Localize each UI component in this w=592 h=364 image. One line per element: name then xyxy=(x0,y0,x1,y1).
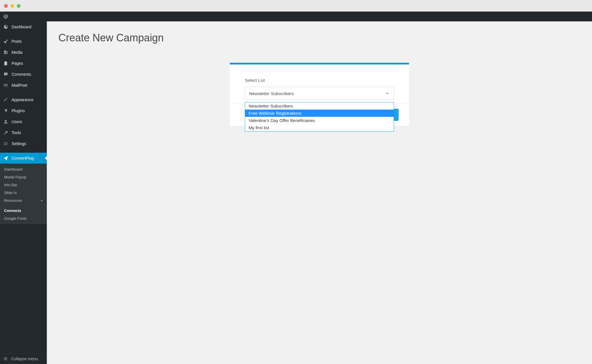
chevron-down-icon xyxy=(385,91,390,96)
window-maximize-icon[interactable] xyxy=(17,4,21,8)
sidebar-item-media[interactable]: Media xyxy=(0,47,47,58)
paper-plane-icon xyxy=(3,155,9,161)
submenu-item-info-bar[interactable]: Info Bar xyxy=(0,181,47,189)
sidebar-item-mailpoet[interactable]: MailPoet xyxy=(0,80,47,91)
pages-icon xyxy=(3,60,9,66)
dropdown-option[interactable]: My first list xyxy=(245,124,394,131)
submenu-item-dashboard[interactable]: Dashboard xyxy=(0,165,47,173)
collapse-label: Collapse menu xyxy=(11,356,38,361)
sidebar-item-label: Media xyxy=(12,50,23,55)
submenu-item-google-fonts[interactable]: Google Fonts xyxy=(0,215,47,222)
sidebar-item-settings[interactable]: Settings xyxy=(0,138,47,149)
media-icon xyxy=(3,49,9,55)
sidebar-item-posts[interactable]: Posts xyxy=(0,36,47,47)
collapse-menu-button[interactable]: Collapse menu xyxy=(0,353,47,364)
admin-sidebar: Dashboard Posts Media Pages Commen xyxy=(0,12,47,364)
sidebar-item-tools[interactable]: Tools xyxy=(0,127,47,138)
select-value: Newsletter Subscribers xyxy=(249,91,294,96)
sidebar-item-label: Appearance xyxy=(12,97,34,102)
dashboard-icon xyxy=(3,24,9,30)
envelope-icon xyxy=(3,82,9,88)
sidebar-item-comments[interactable]: Comments xyxy=(0,69,47,80)
brush-icon xyxy=(3,97,9,103)
comments-icon xyxy=(3,71,9,77)
wrench-icon xyxy=(3,130,9,136)
svg-rect-0 xyxy=(5,62,7,65)
sidebar-item-convertplug[interactable]: ConvertPlug xyxy=(0,153,47,164)
dropdown-option[interactable]: Newsletter Subscribers xyxy=(245,102,394,110)
sidebar-item-pages[interactable]: Pages xyxy=(0,58,47,69)
window-close-icon[interactable] xyxy=(4,4,8,8)
svg-point-1 xyxy=(5,120,7,122)
plug-icon xyxy=(3,108,9,114)
select-list-label: Select List xyxy=(245,78,394,83)
list-dropdown: Newsletter Subscribers Free Webinar Regi… xyxy=(245,102,394,132)
sidebar-item-label: Users xyxy=(12,119,22,124)
sidebar-item-label: Settings xyxy=(12,141,26,146)
campaign-card: Select List Newsletter Subscribers Newsl… xyxy=(230,63,409,126)
sidebar-item-label: MailPoet xyxy=(12,83,27,88)
sidebar-item-label: Plugins xyxy=(12,108,25,113)
window-minimize-icon[interactable] xyxy=(10,4,14,8)
sidebar-item-appearance[interactable]: Appearance xyxy=(0,94,47,105)
sidebar-item-label: Tools xyxy=(12,130,21,135)
admin-bar xyxy=(0,12,47,21)
dropdown-option[interactable]: Valentine's Day Offer Beneficiaries xyxy=(245,117,394,124)
wordpress-logo-icon[interactable] xyxy=(3,14,9,19)
sidebar-item-label: Comments xyxy=(12,72,31,77)
user-icon xyxy=(3,119,9,125)
sidebar-item-dashboard[interactable]: Dashboard xyxy=(0,21,47,32)
submenu-item-resources[interactable]: Resources ▾ xyxy=(0,197,47,204)
sidebar-item-label: Posts xyxy=(12,39,22,44)
sidebar-submenu: Dashboard Modal Popup Info Bar Slide In … xyxy=(0,164,47,224)
divider xyxy=(58,51,580,51)
sliders-icon xyxy=(3,141,9,147)
sidebar-item-label: Pages xyxy=(12,61,23,66)
submenu-item-connects[interactable]: Connects xyxy=(0,207,47,215)
main-content: Create New Campaign Select List Newslett… xyxy=(47,12,592,364)
page-title: Create New Campaign xyxy=(58,32,580,44)
dropdown-option[interactable]: Free Webinar Registrations xyxy=(245,110,394,117)
submenu-item-slide-in[interactable]: Slide In xyxy=(0,189,47,197)
sidebar-item-label: Dashboard xyxy=(12,25,32,29)
sidebar-item-label: ConvertPlug xyxy=(12,156,34,160)
sidebar-item-users[interactable]: Users xyxy=(0,116,47,127)
pushpin-icon xyxy=(3,38,9,44)
list-select[interactable]: Newsletter Subscribers xyxy=(245,87,394,100)
collapse-icon xyxy=(3,356,8,361)
sidebar-item-plugins[interactable]: Plugins xyxy=(0,105,47,116)
browser-chrome xyxy=(0,0,592,12)
chevron-down-icon: ▾ xyxy=(41,198,43,203)
submenu-item-modal-popup[interactable]: Modal Popup xyxy=(0,173,47,181)
